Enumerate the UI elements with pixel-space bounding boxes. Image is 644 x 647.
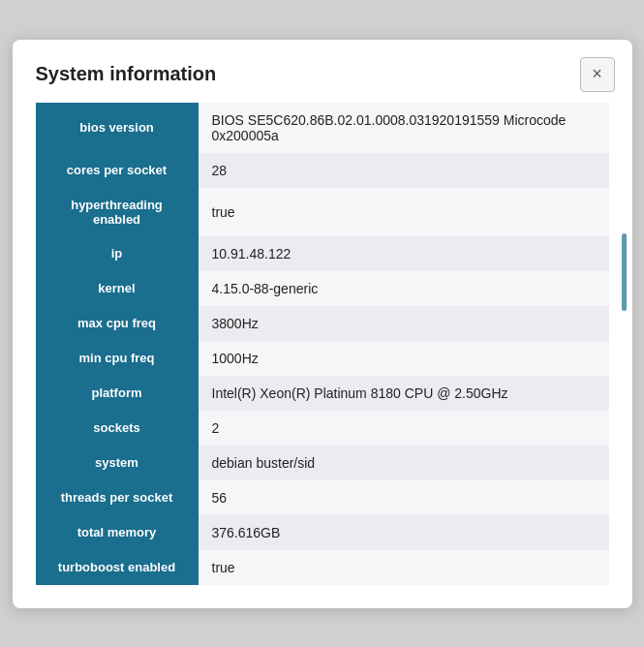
table-row: threads per socket56 [36,480,609,515]
row-value: BIOS SE5C620.86B.02.01.0008.031920191559… [199,103,609,153]
row-value: 2 [199,411,609,446]
row-value: Intel(R) Xeon(R) Platinum 8180 CPU @ 2.5… [199,376,609,411]
system-info-table: bios versionBIOS SE5C620.86B.02.01.0008.… [36,103,609,585]
scrollbar[interactable] [622,233,627,311]
row-label: hyperthreading enabled [36,188,199,236]
row-label: kernel [36,271,199,306]
table-row: hyperthreading enabledtrue [36,188,609,236]
row-value: true [199,550,609,585]
row-value: 10.91.48.122 [199,236,609,271]
table-row: sockets2 [36,411,609,446]
table-row: cores per socket28 [36,153,609,188]
row-label: sockets [36,411,199,446]
table-row: systemdebian buster/sid [36,446,609,480]
row-label: min cpu freq [36,341,199,376]
modal-title: System information [36,63,609,85]
row-label: turboboost enabled [36,550,199,585]
row-label: bios version [36,103,199,153]
row-label: max cpu freq [36,306,199,341]
close-button[interactable]: × [580,57,615,92]
row-value: 3800Hz [199,306,609,341]
system-information-modal: System information × bios versionBIOS SE… [13,40,632,608]
row-value: debian buster/sid [199,446,609,480]
row-value: true [199,188,609,236]
table-row: max cpu freq3800Hz [36,306,609,341]
table-row: platformIntel(R) Xeon(R) Platinum 8180 C… [36,376,609,411]
row-value: 376.616GB [199,515,609,550]
row-value: 1000Hz [199,341,609,376]
table-row: min cpu freq1000Hz [36,341,609,376]
row-value: 4.15.0-88-generic [199,271,609,306]
row-label: system [36,446,199,480]
table-row: kernel4.15.0-88-generic [36,271,609,306]
row-value: 28 [199,153,609,188]
table-row: bios versionBIOS SE5C620.86B.02.01.0008.… [36,103,609,153]
table-row: turboboost enabledtrue [36,550,609,585]
row-label: cores per socket [36,153,199,188]
table-row: total memory376.616GB [36,515,609,550]
row-label: total memory [36,515,199,550]
row-label: platform [36,376,199,411]
row-label: threads per socket [36,480,199,515]
table-row: ip10.91.48.122 [36,236,609,271]
row-value: 56 [199,480,609,515]
row-label: ip [36,236,199,271]
